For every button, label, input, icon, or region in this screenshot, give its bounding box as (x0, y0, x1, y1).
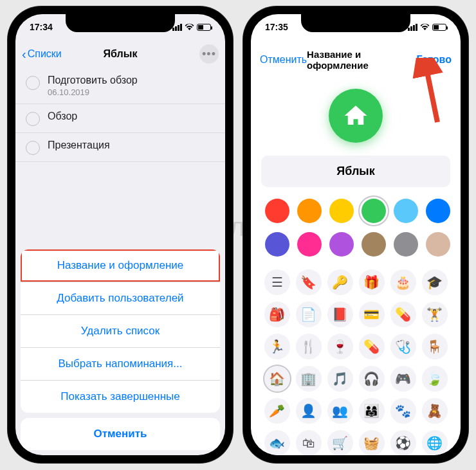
notch (301, 14, 410, 32)
leaf-icon[interactable]: 🍃 (422, 366, 448, 392)
reminder-title: Подготовить обзор (48, 75, 138, 86)
sheet-option[interactable]: Показать завершенные (21, 381, 220, 413)
people-icon[interactable]: 👥 (327, 398, 353, 424)
modal-cancel-button[interactable]: Отменить (260, 54, 307, 66)
carrot-icon[interactable]: 🥕 (264, 398, 290, 424)
fork-knife-icon[interactable]: 🍴 (296, 334, 322, 359)
color-swatch[interactable] (265, 232, 289, 257)
building-icon[interactable]: 🏢 (296, 366, 322, 392)
teddy-bear-icon[interactable]: 🧸 (422, 398, 448, 424)
color-swatch[interactable] (297, 232, 322, 257)
color-swatch[interactable] (265, 199, 289, 223)
notch (66, 14, 175, 32)
chair-icon[interactable]: 🪑 (422, 334, 448, 359)
reminder-row[interactable]: Презентация (15, 133, 225, 162)
list-name-field[interactable]: Яблык (261, 156, 450, 187)
chevron-left-icon: ‹ (22, 48, 26, 60)
game-controller-icon[interactable]: 🎮 (390, 366, 416, 392)
battery-icon (432, 24, 446, 31)
wine-glass-icon[interactable]: 🍷 (327, 334, 353, 359)
reminder-row[interactable]: Обзор (15, 104, 225, 133)
credit-card-icon[interactable]: 💳 (359, 302, 385, 327)
pills-icon[interactable]: 💊 (359, 334, 385, 359)
modal-title: Название и оформление (307, 49, 416, 71)
reminder-complete-radio[interactable] (26, 76, 40, 90)
family-icon[interactable]: 👨‍👩‍👧 (359, 398, 385, 424)
stethoscope-icon[interactable]: 🩺 (390, 334, 416, 359)
list-icon-preview (329, 89, 383, 143)
bookmark-icon[interactable]: 🔖 (296, 269, 322, 295)
reminders-list: Подготовить обзор06.10.2019ОбзорПрезента… (15, 68, 225, 162)
status-time: 17:34 (30, 22, 53, 32)
sheet-cancel-button[interactable]: Отменить (21, 418, 220, 450)
document-icon[interactable]: 📄 (296, 302, 322, 327)
color-swatch[interactable] (297, 199, 322, 223)
color-swatch[interactable] (426, 232, 450, 257)
color-swatch[interactable] (329, 232, 354, 257)
phone-left: 17:34 ‹ Списки Яблык ••• (8, 6, 233, 463)
cart-icon[interactable]: 🛒 (327, 430, 353, 455)
color-swatch[interactable] (394, 199, 418, 223)
fish-icon[interactable]: 🐟 (264, 430, 290, 455)
paw-icon[interactable]: 🐾 (390, 398, 416, 424)
more-button[interactable]: ••• (199, 44, 219, 64)
backpack-icon[interactable]: 🎒 (264, 302, 290, 327)
back-label: Списки (28, 48, 62, 60)
ellipsis-icon: ••• (202, 48, 216, 61)
color-swatch[interactable] (426, 199, 450, 223)
key-icon[interactable]: 🔑 (327, 269, 353, 295)
color-swatch[interactable] (362, 199, 386, 223)
music-icon[interactable]: 🎵 (327, 366, 353, 392)
nav-bar: ‹ Списки Яблык ••• (15, 40, 225, 68)
sheet-option[interactable]: Добавить пользователей (21, 282, 220, 315)
status-time: 17:35 (265, 22, 288, 32)
color-swatch[interactable] (394, 232, 418, 257)
reminder-date: 06.10.2019 (48, 87, 138, 97)
action-sheet: Название и оформлениеДобавить пользовате… (21, 249, 220, 450)
modal-done-button[interactable]: Готово (417, 54, 452, 66)
gift-icon[interactable]: 🎁 (359, 269, 385, 295)
graduation-cap-icon[interactable]: 🎓 (422, 269, 448, 295)
list-bullet-icon[interactable]: ☰ (264, 269, 290, 295)
pills-circle-icon[interactable]: 💊 (390, 302, 416, 327)
wifi-icon (420, 22, 430, 32)
reminder-row[interactable]: Подготовить обзор06.10.2019 (15, 68, 225, 104)
dumbbell-icon[interactable]: 🏋 (422, 302, 448, 327)
back-button[interactable]: ‹ Списки (22, 48, 62, 60)
color-swatch[interactable] (362, 232, 386, 257)
headphones-icon[interactable]: 🎧 (359, 366, 385, 392)
sheet-option[interactable]: Удалить список (21, 315, 220, 348)
wifi-icon (185, 22, 194, 32)
running-icon[interactable]: 🏃 (264, 334, 290, 359)
icon-picker: ☰🔖🔑🎁🎂🎓🎒📄📕💳💊🏋🏃🍴🍷💊🩺🪑🏠🏢🎵🎧🎮🍃🥕👤👥👨‍👩‍👧🐾🧸🐟🛍🛒🧺⚽🌐 (251, 263, 461, 455)
reminder-complete-radio[interactable] (26, 141, 40, 155)
book-icon[interactable]: 📕 (327, 302, 353, 327)
globe-icon[interactable]: 🌐 (422, 430, 448, 455)
person-icon[interactable]: 👤 (296, 398, 322, 424)
sheet-option[interactable]: Выбрать напоминания... (21, 348, 220, 381)
phone-right: 17:35 Отменить Название и оформление Гот… (243, 6, 468, 463)
color-picker (251, 199, 461, 263)
basket-icon[interactable]: 🧺 (359, 430, 385, 455)
cake-icon[interactable]: 🎂 (390, 269, 416, 295)
soccer-ball-icon[interactable]: ⚽ (390, 430, 416, 455)
reminder-complete-radio[interactable] (26, 112, 40, 126)
page-title: Яблык (104, 48, 138, 60)
reminder-title: Обзор (48, 111, 77, 122)
color-swatch[interactable] (329, 199, 354, 223)
house-icon (342, 102, 369, 129)
house-icon[interactable]: 🏠 (264, 366, 290, 392)
sheet-option[interactable]: Название и оформление (21, 249, 220, 282)
battery-icon (197, 24, 211, 31)
reminder-title: Презентация (48, 140, 110, 151)
modal-header: Отменить Название и оформление Готово (251, 40, 461, 77)
shopping-bag-icon[interactable]: 🛍 (296, 430, 322, 455)
